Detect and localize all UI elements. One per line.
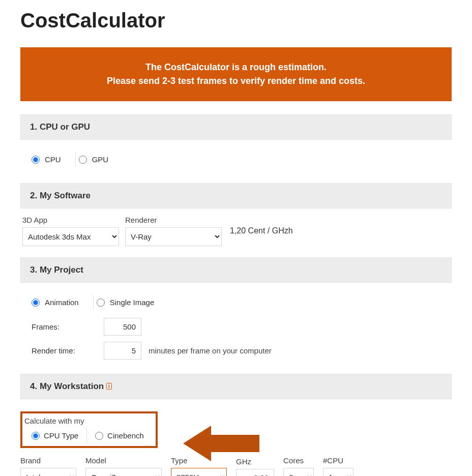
brand-label: Brand xyxy=(20,456,76,465)
animation-radio-label: Animation xyxy=(45,298,79,307)
renderer-label: Renderer xyxy=(125,216,222,224)
model-select[interactable]: Core i7 xyxy=(85,468,162,476)
numcpu-label: #CPU xyxy=(323,456,353,465)
section-1-header: 1. CPU or GPU xyxy=(20,114,452,140)
info-banner: The CostCalculator is a rough estimation… xyxy=(20,47,452,101)
callout-arrow-icon xyxy=(183,426,259,461)
cinebench-radio-label: Cinebench xyxy=(107,431,144,440)
banner-line2: Please send 2-3 test frames to verify re… xyxy=(31,74,441,88)
divider xyxy=(75,152,76,167)
animation-radio[interactable] xyxy=(32,299,40,307)
section-2-header: 2. My Software xyxy=(20,183,452,209)
calc-mode-box: Calculate with my CPU Type Cinebench xyxy=(20,411,158,448)
cpu-type-radio-label: CPU Type xyxy=(44,431,78,440)
cpu-type-radio[interactable] xyxy=(32,432,40,440)
cpu-radio[interactable] xyxy=(32,156,40,164)
calc-mode-label: Calculate with my xyxy=(24,416,154,425)
section-3-header: 3. My Project xyxy=(20,257,452,283)
frames-label: Frames: xyxy=(32,322,97,331)
type-select[interactable]: 8750H xyxy=(171,468,227,476)
renderer-select[interactable]: V-Ray xyxy=(125,227,222,246)
divider xyxy=(86,427,87,444)
cores-select[interactable]: 6 xyxy=(283,468,314,476)
cores-label: Cores xyxy=(283,456,314,465)
gpu-radio[interactable] xyxy=(79,156,87,164)
frames-input[interactable] xyxy=(104,318,141,336)
ghz-input[interactable] xyxy=(236,469,274,476)
page-title: CostCalculator xyxy=(20,9,452,32)
app-label: 3D App xyxy=(22,216,119,224)
info-icon[interactable]: i xyxy=(106,383,112,390)
brand-select[interactable]: Intel xyxy=(20,468,76,476)
divider xyxy=(93,295,94,310)
rendertime-after: minutes per frame on your computer xyxy=(149,346,272,355)
svg-marker-0 xyxy=(183,426,259,461)
model-label: Model xyxy=(85,456,162,465)
rendertime-input[interactable] xyxy=(104,342,141,360)
section-4-header-text: 4. My Workstation xyxy=(30,381,104,391)
numcpu-select[interactable]: 1 xyxy=(323,468,353,476)
cinebench-radio[interactable] xyxy=(95,432,103,440)
single-image-radio[interactable] xyxy=(97,299,105,307)
section-4-header: 4. My Workstation i xyxy=(20,374,452,399)
gpu-radio-label: GPU xyxy=(92,155,109,164)
price-text: 1,20 Cent / GHzh xyxy=(228,222,295,240)
app-select[interactable]: Autodesk 3ds Max xyxy=(22,227,119,246)
banner-line1: The CostCalculator is a rough estimation… xyxy=(31,61,441,74)
rendertime-label: Render time: xyxy=(32,346,97,355)
cpu-radio-label: CPU xyxy=(45,155,61,164)
single-image-radio-label: Single Image xyxy=(110,298,155,307)
